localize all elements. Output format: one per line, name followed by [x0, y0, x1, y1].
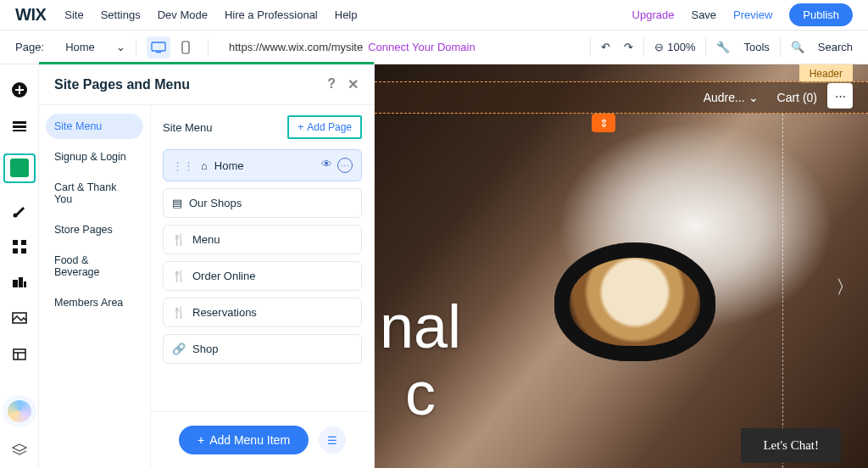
page-label: Reservations: [192, 306, 257, 319]
zoom-control[interactable]: ⊖ 100%: [654, 41, 695, 53]
pages-menu-button[interactable]: [3, 153, 36, 183]
sidebar-item-members-area[interactable]: Members Area: [46, 290, 143, 315]
media-button[interactable]: [10, 309, 29, 326]
search-label: Search: [818, 41, 853, 53]
nav-user-label: Audre...: [704, 91, 745, 104]
svg-rect-12: [13, 280, 18, 287]
hero-image: [554, 242, 715, 361]
connect-domain-link[interactable]: Connect Your Domain: [368, 41, 475, 53]
site-menu-heading: Site Menu: [163, 121, 213, 134]
svg-rect-5: [13, 125, 26, 128]
hide-page-icon[interactable]: 👁: [321, 158, 332, 173]
menu-site[interactable]: Site: [64, 8, 83, 21]
add-page-label: Add Page: [307, 121, 352, 133]
design-button[interactable]: [10, 202, 29, 219]
page-current: Home: [65, 41, 95, 53]
svg-rect-6: [13, 130, 26, 131]
site-header[interactable]: Audre... ⌄ Cart (0): [375, 81, 868, 114]
help-button[interactable]: ?: [327, 76, 336, 92]
fork-icon: 🍴: [172, 306, 186, 319]
ai-assistant-button[interactable]: [8, 400, 31, 422]
nav-user-dropdown[interactable]: Audre... ⌄: [704, 91, 759, 104]
url-text: https://www.wix.com/mysite: [229, 41, 363, 53]
svg-rect-16: [14, 349, 25, 359]
page-item-reservations[interactable]: 🍴 Reservations: [163, 298, 362, 327]
add-menu-item-button[interactable]: + Add Menu Item: [179, 426, 309, 454]
close-panel-button[interactable]: ✕: [348, 76, 359, 92]
sections-button[interactable]: [10, 117, 29, 134]
svg-rect-0: [152, 42, 165, 51]
apps-button[interactable]: [10, 237, 29, 254]
drag-handle-icon[interactable]: ⋮⋮: [172, 159, 194, 172]
sidebar-item-food-beverage[interactable]: Food & Beverage: [46, 248, 143, 285]
svg-rect-8: [13, 240, 18, 245]
cart-link[interactable]: Cart (0): [777, 91, 817, 104]
svg-rect-1: [156, 52, 161, 53]
page-item-shop[interactable]: 🔗 Shop: [163, 334, 362, 364]
pages-icon: [10, 159, 29, 177]
section-resize-handle[interactable]: ⇕: [592, 114, 615, 132]
url-bar[interactable]: https://www.wix.com/mysite Connect Your …: [219, 41, 580, 53]
svg-rect-13: [19, 277, 23, 287]
chevron-down-icon: ⌄: [116, 41, 125, 53]
redo-button[interactable]: ↷: [624, 41, 633, 53]
page-item-menu[interactable]: 🍴 Menu: [163, 225, 362, 254]
sidebar-item-store-pages[interactable]: Store Pages: [46, 217, 143, 242]
menu-hire[interactable]: Hire a Professional: [225, 8, 318, 21]
page-actions-button[interactable]: ⋯: [337, 158, 353, 173]
home-icon: ⌂: [201, 159, 208, 172]
menu-settings-icon: ☰: [327, 434, 337, 447]
add-page-button[interactable]: + Add Page: [287, 115, 362, 139]
site-preview-canvas[interactable]: Header Audre... ⌄ Cart (0) ⋯ ⇕ nal c 〉 L…: [375, 64, 868, 468]
plus-icon: +: [198, 433, 204, 447]
fork-icon: 🍴: [172, 270, 186, 282]
desktop-icon: [151, 42, 166, 53]
hero-line-1: nal: [380, 293, 461, 360]
page-item-our-shops[interactable]: ▤ Our Shops: [163, 188, 362, 218]
hero-line-2: c: [405, 360, 461, 427]
canvas-guide-line: [782, 114, 783, 468]
undo-button[interactable]: ↶: [601, 41, 610, 53]
wrench-icon: 🔧: [716, 41, 730, 53]
page-label: Our Shops: [189, 197, 242, 209]
page-item-home[interactable]: ⋮⋮ ⌂ Home 👁 ⋯: [163, 149, 362, 181]
page-label: Page:: [15, 41, 44, 53]
layers-button[interactable]: [10, 441, 29, 458]
hero-heading: nal c: [380, 293, 461, 427]
business-button[interactable]: [10, 274, 29, 291]
desktop-view-button[interactable]: [147, 36, 170, 58]
save-button[interactable]: Save: [691, 8, 716, 21]
sidebar-item-signup-login[interactable]: Signup & Login: [46, 144, 143, 170]
search-icon: 🔍: [791, 41, 804, 53]
sidebar-item-cart-thankyou[interactable]: Cart & Thank You: [46, 175, 143, 212]
zoom-value: 100%: [667, 41, 695, 53]
content-button[interactable]: [10, 345, 29, 362]
add-element-button[interactable]: [10, 81, 29, 98]
svg-rect-14: [24, 281, 26, 287]
svg-rect-9: [21, 240, 26, 245]
preview-button[interactable]: Preview: [733, 8, 772, 21]
sidebar-item-site-menu[interactable]: Site Menu: [46, 114, 143, 139]
page-icon: ▤: [172, 197, 182, 209]
tools-label: Tools: [743, 41, 769, 53]
page-label: Home: [214, 159, 244, 172]
chat-widget[interactable]: Let's Chat!: [741, 428, 841, 463]
add-menu-item-label: Add Menu Item: [209, 433, 290, 447]
tools-button[interactable]: 🔧 Tools: [716, 41, 769, 53]
carousel-next-button[interactable]: 〉: [836, 275, 854, 300]
header-options-button[interactable]: ⋯: [827, 83, 853, 109]
svg-rect-2: [182, 42, 189, 53]
mobile-icon: [181, 41, 190, 54]
search-button[interactable]: 🔍 Search: [791, 41, 853, 53]
page-item-order-online[interactable]: 🍴 Order Online: [163, 261, 362, 291]
menu-devmode[interactable]: Dev Mode: [158, 8, 208, 21]
publish-button[interactable]: Publish: [789, 3, 853, 26]
upgrade-link[interactable]: Upgrade: [632, 8, 675, 21]
menu-help[interactable]: Help: [335, 8, 358, 21]
page-label: Shop: [192, 343, 218, 355]
page-label: Menu: [192, 233, 220, 246]
menu-settings[interactable]: Settings: [101, 8, 141, 21]
page-selector[interactable]: Page: Home ⌄: [15, 41, 125, 53]
mobile-view-button[interactable]: [174, 36, 198, 58]
menu-settings-button[interactable]: ☰: [319, 426, 346, 454]
